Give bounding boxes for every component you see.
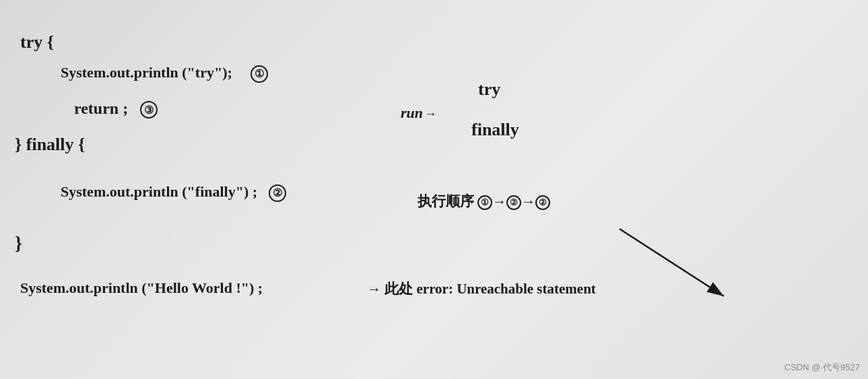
code-return: return ; ③ [74,100,158,118]
circle-3: ③ [140,101,158,118]
diagonal-arrow [613,222,734,303]
code-system-println-finally: System.out.println ("finally") ; ② [61,183,286,202]
code-system-println-try: System.out.println ("try"); ① [61,64,268,83]
finally-right-label: finally [471,120,519,140]
code-try-open: try { [20,32,54,53]
execution-order-label: 执行顺序 ①→②→② [418,192,550,211]
code-finally-open: } finally { [15,135,85,155]
try-right-label: try [478,79,500,100]
run-label: run→ [401,104,436,122]
code-system-println-hello: System.out.println ("Hello World !") ; [20,279,263,297]
svg-line-1 [620,229,724,296]
circle-2: ② [269,184,286,202]
error-annotation: → 此处 error: Unreachable statement [367,279,596,298]
main-page: try { System.out.println ("try"); ① retu… [0,0,868,379]
watermark: CSDN @·代号9527 [784,361,860,374]
code-finally-close: } [15,232,22,254]
circle-1: ① [251,65,268,83]
